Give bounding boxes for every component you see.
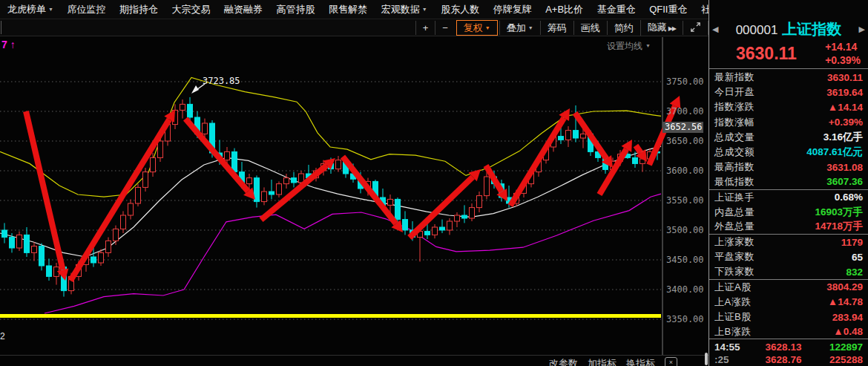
menu-item-1[interactable]: 龙虎榜单▼: [6, 3, 55, 16]
prev-stock-arrow[interactable]: ◀: [712, 24, 718, 34]
menu-item-7[interactable]: 限售解禁: [327, 3, 369, 16]
quote-row-value: 16903万手: [815, 206, 863, 219]
quote-row-label: 内盘总量: [714, 206, 754, 219]
quote-row: 总成交量3.16亿手: [709, 130, 868, 145]
quote-row: 最新指数3630.11: [709, 70, 868, 85]
change-value: +14.14: [825, 40, 861, 53]
quote-row: 上A涨跌▲14.78: [709, 295, 868, 310]
indicator-button-3[interactable]: 换指标: [626, 357, 655, 366]
quote-row-value: ▲0.48: [833, 326, 863, 337]
y-axis-label: 3650.00: [666, 135, 706, 147]
quote-row-value: 283.94: [832, 312, 863, 323]
simple-mode-button[interactable]: 简约: [607, 21, 640, 35]
menu-item-2[interactable]: 席位监控: [65, 3, 107, 16]
indicator-button-1[interactable]: 改参数: [549, 357, 578, 366]
indicator-panel-divider: [0, 355, 708, 356]
quote-row: 上涨家数1179: [709, 235, 868, 249]
y-axis-label: 3700.00: [666, 105, 706, 117]
y-axis-label: 3600.00: [666, 165, 706, 177]
adjust-price-button[interactable]: 复权▼: [456, 20, 498, 36]
quote-row: 上证A股3804.29: [709, 280, 868, 295]
chip-distribution-button[interactable]: 筹码: [540, 21, 573, 35]
quote-row-value: +0.39%: [829, 117, 863, 128]
quote-row-value: 0.68%: [835, 192, 863, 203]
quote-row-value: ▲14.14: [828, 102, 863, 113]
quote-row-label: 总成交额: [714, 146, 754, 159]
ma-settings-dropdown[interactable]: 设置均线▼: [607, 40, 651, 53]
quote-row: 上证换手0.68%: [709, 190, 868, 205]
quote-row-value: 832: [846, 267, 863, 278]
menu-item-8[interactable]: 宏观数据▼: [380, 3, 429, 16]
zoom-in-button[interactable]: +: [415, 21, 435, 35]
quote-row: 最高指数3631.08: [709, 160, 868, 174]
quote-row-label: 最高指数: [714, 160, 754, 174]
next-stock-arrow[interactable]: ▶: [859, 24, 865, 34]
clipped-left-label: 2: [0, 331, 5, 342]
price-change: +14.14 +0.39%: [825, 40, 861, 67]
menu-item-10[interactable]: 停牌复牌: [492, 3, 533, 16]
menu-item-5[interactable]: 融资融券: [223, 3, 264, 16]
chevron-down-icon: ▼: [485, 25, 490, 30]
y-axis-label: 3750.00: [666, 76, 706, 88]
panel-collapse-handle[interactable]: [705, 353, 708, 365]
quote-row: 下跌家数832: [709, 264, 868, 279]
hide-button[interactable]: 隐藏▶▶: [640, 20, 683, 36]
double-arrow-icon: ▶▶: [668, 25, 676, 32]
toolbar-left-edge: [1, 21, 1, 34]
quote-row: 最低指数3607.36: [709, 174, 868, 189]
quote-row-label: 上涨家数: [714, 235, 754, 249]
expand-icon: [690, 22, 701, 33]
tick-row: :253628.76225288: [709, 353, 868, 366]
quote-row-label: 最新指数: [714, 71, 754, 84]
quote-row-label: 上A涨跌: [714, 295, 752, 309]
candlestick-chart-canvas[interactable]: [0, 0, 708, 366]
chart-toolbar: +−复权▼叠加▼筹码画线简约隐藏▶▶: [0, 19, 708, 36]
stock-code: 000001: [736, 23, 778, 37]
quote-row-value: 3804.29: [826, 281, 863, 293]
y-axis-label: 3500.00: [666, 224, 706, 236]
overlay-button[interactable]: 叠加▼: [499, 21, 540, 35]
quote-panel: ◀ 000001上证指数 ▶ 3630.11 +14.14 +0.39% 最新指…: [708, 0, 868, 366]
quote-row-value: 14718万手: [815, 220, 863, 233]
quote-row-label: 上证B股: [714, 310, 752, 324]
quote-row-value: 4087.61亿元: [806, 146, 863, 159]
price-block: 3630.11 +14.14 +0.39%: [709, 39, 868, 68]
separator: [709, 68, 868, 69]
indicator-button-2[interactable]: 加指标: [588, 357, 617, 366]
quote-row: 总成交额4087.61亿元: [709, 145, 868, 160]
quote-row-label: 指数涨幅: [714, 116, 754, 129]
quote-row-value: 3619.64: [826, 87, 863, 98]
quote-row-label: 上证A股: [714, 281, 752, 294]
menu-item-9[interactable]: 股东人数: [439, 3, 481, 16]
y-axis-label: 3350.00: [666, 313, 706, 325]
draw-line-button[interactable]: 画线: [573, 21, 607, 35]
y-axis-label: 3400.00: [666, 284, 706, 295]
quote-row-value: 3630.11: [827, 72, 863, 83]
tick-time: 14:55: [714, 342, 750, 353]
chevron-down-icon: ▼: [422, 7, 427, 12]
tick-row: 14:553628.13122897: [709, 341, 868, 353]
fullscreen-button[interactable]: [683, 21, 708, 35]
close-indicator-icon[interactable]: ×: [665, 357, 677, 366]
quote-row: 指数涨幅+0.39%: [709, 115, 868, 130]
ma-settings-label: 设置均线: [607, 41, 642, 51]
y-axis-label: 3450.00: [666, 254, 706, 266]
quote-row: 上B涨跌▲0.48: [709, 324, 868, 339]
quote-row: 今日开盘3619.64: [709, 85, 868, 99]
quote-row-label: 平盘家数: [714, 250, 754, 264]
quote-row-label: 上证换手: [714, 191, 754, 204]
quote-row: 平盘家数65: [709, 249, 868, 264]
menu-item-13[interactable]: QFII重仓: [648, 3, 688, 16]
menu-item-11[interactable]: A+B比价: [544, 3, 585, 16]
menu-item-3[interactable]: 期指持仓: [118, 3, 160, 16]
quote-row-label: 今日开盘: [714, 85, 754, 99]
menu-item-6[interactable]: 高管持股: [275, 3, 317, 16]
stock-title: 000001上证指数: [718, 19, 858, 39]
quote-row-value: 3.16亿手: [823, 131, 863, 144]
zoom-out-button[interactable]: −: [435, 21, 455, 35]
menu-item-12[interactable]: 基金重仓: [596, 3, 637, 16]
quote-row-label: 指数涨跌: [714, 100, 754, 114]
menu-item-4[interactable]: 大宗交易: [171, 3, 212, 16]
tick-volume: 122897: [817, 342, 863, 353]
quote-row-value: 1179: [841, 237, 863, 248]
